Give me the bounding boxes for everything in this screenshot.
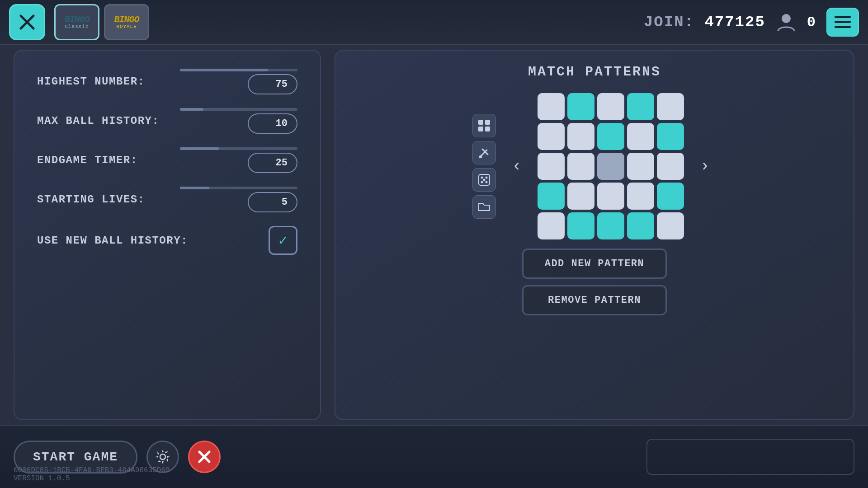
grid-cell-4-0[interactable] bbox=[538, 212, 565, 239]
grid-cell-3-3[interactable] bbox=[627, 183, 654, 210]
grid-cell-2-1[interactable] bbox=[567, 153, 594, 180]
tab-bingo-royale[interactable]: BINGO ROYALE bbox=[104, 4, 149, 40]
tab-bingo-classic-label-top: BINGO bbox=[64, 15, 89, 24]
pattern-sidebar bbox=[472, 114, 496, 219]
max-ball-history-slider-fill bbox=[180, 108, 203, 111]
pattern-next-arrow[interactable]: › bbox=[693, 155, 717, 178]
grid-cell-0-0[interactable] bbox=[538, 93, 565, 120]
top-right-area: JOIN: 477125 0 bbox=[644, 8, 859, 37]
endgame-timer-control bbox=[180, 147, 297, 173]
grid-cell-0-4[interactable] bbox=[657, 93, 684, 120]
setting-row-max-ball-history: MAX BALL HISTORY: bbox=[37, 108, 297, 134]
user-icon bbox=[776, 12, 796, 32]
game-tabs: BINGO Classic BINGO ROYALE bbox=[54, 4, 149, 40]
tab-bingo-royale-label-top: BINGO bbox=[114, 15, 139, 24]
svg-rect-5 bbox=[835, 26, 851, 28]
highest-number-control bbox=[180, 69, 297, 94]
endgame-timer-label: ENDGAME TIMER: bbox=[37, 154, 138, 166]
version-info: 0006DC85-1BCB-4FA0-BEB3-484A98635D69 VER… bbox=[14, 466, 170, 483]
menu-button[interactable] bbox=[826, 8, 859, 37]
tab-bingo-classic[interactable]: BINGO Classic bbox=[54, 4, 99, 40]
starting-lives-slider-bar[interactable] bbox=[180, 187, 297, 189]
setting-row-starting-lives: STARTING LIVES: bbox=[37, 187, 297, 212]
patterns-panel: MATCH PATTERNS bbox=[335, 50, 854, 420]
grid-cell-0-3[interactable] bbox=[627, 93, 654, 120]
grid-cell-4-3[interactable] bbox=[627, 212, 654, 239]
cancel-button[interactable] bbox=[188, 441, 221, 473]
max-ball-history-slider-bar[interactable] bbox=[180, 108, 297, 111]
grid-cell-3-4[interactable] bbox=[657, 183, 684, 210]
grid-cell-3-2[interactable] bbox=[597, 183, 624, 210]
highest-number-label: HIGHEST NUMBER: bbox=[37, 75, 145, 88]
top-bar: BINGO Classic BINGO ROYALE JOIN: 477125 … bbox=[0, 0, 868, 45]
dice-button[interactable] bbox=[472, 168, 496, 192]
grid-cell-1-0[interactable] bbox=[538, 123, 565, 150]
highest-number-slider-fill bbox=[180, 69, 268, 71]
version-id: 0006DC85-1BCB-4FA0-BEB3-484A98635D69 bbox=[14, 466, 170, 474]
grid-cell-4-4[interactable] bbox=[657, 212, 684, 239]
starting-lives-control bbox=[180, 187, 297, 212]
svg-rect-4 bbox=[835, 21, 851, 23]
grid-cell-1-3[interactable] bbox=[627, 123, 654, 150]
pattern-buttons: ADD NEW PATTERN REMOVE PATTERN bbox=[522, 249, 667, 315]
svg-point-2 bbox=[782, 14, 791, 23]
grid-cell-3-1[interactable] bbox=[567, 183, 594, 210]
join-label: JOIN: bbox=[644, 14, 694, 31]
grid-cell-1-2[interactable] bbox=[597, 123, 624, 150]
bingo-pattern-grid bbox=[538, 93, 684, 239]
grid-cell-2-3[interactable] bbox=[627, 153, 654, 180]
use-new-ball-history-label: USE NEW BALL HISTORY: bbox=[37, 235, 188, 247]
endgame-timer-slider-fill bbox=[180, 147, 219, 150]
settings-panel: HIGHEST NUMBER: MAX BALL HISTORY: ENDGAM… bbox=[14, 50, 321, 420]
remove-pattern-button[interactable]: REMOVE PATTERN bbox=[522, 285, 667, 315]
endgame-timer-input[interactable] bbox=[248, 153, 297, 173]
use-new-ball-history-checkbox[interactable]: ✓ bbox=[269, 226, 297, 255]
svg-point-15 bbox=[486, 177, 488, 179]
grid-cell-4-1[interactable] bbox=[567, 212, 594, 239]
setting-row-highest-number: HIGHEST NUMBER: bbox=[37, 69, 297, 94]
grid-cell-2-4[interactable] bbox=[657, 153, 684, 180]
svg-rect-6 bbox=[478, 120, 483, 125]
tab-bingo-royale-label-bottom: ROYALE bbox=[116, 24, 137, 29]
pattern-area: ‹ bbox=[354, 93, 835, 239]
paint-button[interactable] bbox=[472, 141, 496, 164]
grid-cell-0-2[interactable] bbox=[597, 93, 624, 120]
svg-point-18 bbox=[483, 179, 486, 181]
join-number: 477125 bbox=[704, 14, 765, 31]
join-code: JOIN: 477125 bbox=[644, 14, 765, 31]
checkbox-check-icon: ✓ bbox=[278, 231, 287, 249]
svg-rect-7 bbox=[485, 120, 490, 125]
grid-view-button[interactable] bbox=[472, 114, 496, 137]
svg-rect-9 bbox=[485, 127, 490, 131]
grid-cell-3-0[interactable] bbox=[538, 183, 565, 210]
starting-lives-input[interactable] bbox=[248, 192, 297, 212]
grid-cell-4-2[interactable] bbox=[597, 212, 624, 239]
max-ball-history-label: MAX BALL HISTORY: bbox=[37, 115, 159, 127]
grid-cell-0-1[interactable] bbox=[567, 93, 594, 120]
add-new-pattern-button[interactable]: ADD NEW PATTERN bbox=[522, 249, 667, 279]
highest-number-input[interactable] bbox=[248, 74, 297, 94]
right-spacer-panel bbox=[646, 439, 854, 475]
svg-rect-3 bbox=[835, 16, 851, 18]
starting-lives-label: STARTING LIVES: bbox=[37, 193, 145, 206]
pattern-prev-arrow[interactable]: ‹ bbox=[505, 155, 528, 178]
grid-cell-1-1[interactable] bbox=[567, 123, 594, 150]
starting-lives-slider-fill bbox=[180, 187, 209, 189]
max-ball-history-input[interactable] bbox=[248, 113, 297, 134]
close-button[interactable] bbox=[9, 4, 45, 40]
grid-cell-1-4[interactable] bbox=[657, 123, 684, 150]
highest-number-slider-bar[interactable] bbox=[180, 69, 297, 71]
main-content: HIGHEST NUMBER: MAX BALL HISTORY: ENDGAM… bbox=[14, 50, 854, 420]
svg-point-14 bbox=[481, 177, 483, 179]
tab-bingo-classic-label-bottom: Classic bbox=[65, 24, 89, 29]
folder-button[interactable] bbox=[472, 195, 496, 219]
grid-cell-2-2[interactable] bbox=[597, 153, 624, 180]
grid-cell-2-0[interactable] bbox=[538, 153, 565, 180]
endgame-timer-slider-bar[interactable] bbox=[180, 147, 297, 150]
patterns-title: MATCH PATTERNS bbox=[528, 64, 661, 80]
svg-rect-12 bbox=[479, 155, 482, 158]
version-number: VERSION 1.0.5 bbox=[14, 474, 170, 483]
svg-point-17 bbox=[486, 181, 488, 183]
svg-rect-8 bbox=[478, 127, 483, 131]
svg-point-16 bbox=[481, 181, 483, 183]
